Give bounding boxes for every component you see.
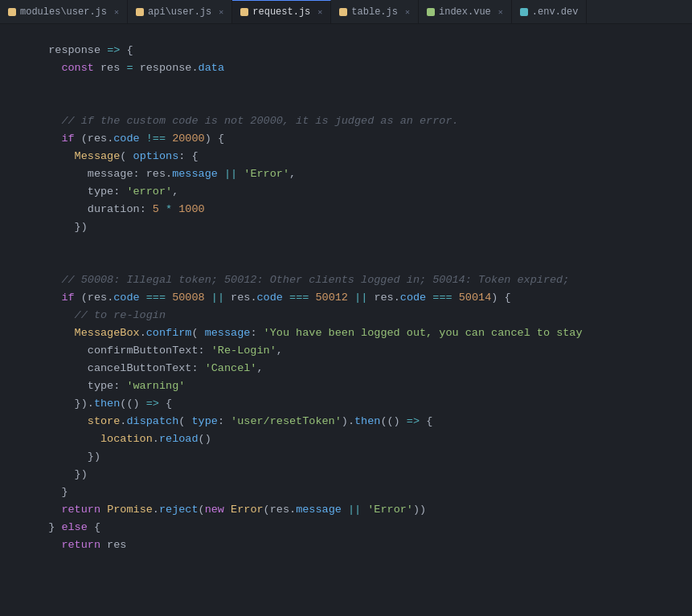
tab-table[interactable]: table.js ✕ [331, 0, 419, 23]
code-line-1 [29, 24, 692, 42]
ln-24 [6, 430, 19, 448]
tab-bar: modules\user.js ✕ api\user.js ✕ request.… [0, 0, 692, 24]
ln-31 [6, 554, 19, 572]
code-line-25: }) [29, 448, 692, 466]
ln-9 [6, 165, 19, 183]
ln-5 [6, 95, 19, 112]
code-line-9: message: res.message || 'Error', [29, 165, 692, 183]
tab-label-modules-user: modules\user.js [20, 6, 107, 18]
ln-4 [6, 77, 19, 95]
code-line-17: // to re-login [29, 307, 692, 324]
tab-request[interactable]: request.js ✕ [232, 0, 331, 23]
ln-10 [6, 183, 19, 201]
code-line-23: store.dispatch( type: 'user/resetToken')… [29, 413, 692, 430]
env-icon [520, 8, 528, 16]
ln-27 [6, 483, 19, 501]
ln-17 [6, 307, 19, 324]
code-line-6: // if the custom code is not 20000, it i… [29, 112, 692, 130]
tab-index-vue[interactable]: index.vue ✕ [419, 0, 512, 23]
code-line-29: } else { [29, 519, 692, 536]
ln-22 [6, 395, 19, 413]
tab-label-env-dev: .env.dev [532, 6, 579, 18]
ln-13 [6, 236, 19, 254]
tab-label-request: request.js [252, 6, 310, 18]
tab-close-5[interactable]: ✕ [498, 7, 503, 17]
code-line-30: return res [29, 536, 692, 554]
code-editor[interactable]: response => { const res = response.data … [29, 24, 692, 616]
code-line-19: confirmButtonText: 'Re-Login', [29, 342, 692, 360]
ln-29 [6, 519, 19, 536]
code-line-8: Message( options: { [29, 148, 692, 165]
js-icon-4 [339, 8, 347, 16]
code-line-22: }).then(() => { [29, 395, 692, 413]
ln-8 [6, 148, 19, 165]
ln-14 [6, 254, 19, 271]
tab-label-api-user: api\user.js [148, 6, 211, 18]
editor-container: response => { const res = response.data … [0, 24, 692, 616]
ln-33 [6, 589, 19, 607]
ln-1 [6, 24, 19, 42]
ln-19 [6, 342, 19, 360]
ln-15 [6, 271, 19, 289]
code-line-28: return Promise.reject(new Error(res.mess… [29, 501, 692, 519]
tab-close-1[interactable]: ✕ [114, 7, 119, 17]
ln-23 [6, 413, 19, 430]
code-line-16: if (res.code === 50008 || res.code === 5… [29, 289, 692, 307]
code-line-12: }) [29, 218, 692, 236]
tab-env-dev[interactable]: .env.dev [512, 0, 588, 23]
code-line-24: location.reload() [29, 430, 692, 448]
code-line-10: type: 'error', [29, 183, 692, 201]
code-line-18: MessageBox.confirm( message: 'You have b… [29, 324, 692, 342]
code-line-5 [29, 95, 692, 112]
ln-32 [6, 572, 19, 589]
line-gutter [0, 24, 29, 616]
code-line-14 [29, 254, 692, 271]
ln-7 [6, 130, 19, 148]
code-line-2: response => { [29, 42, 692, 59]
ln-25 [6, 448, 19, 466]
ln-3 [6, 59, 19, 77]
code-line-11: duration: 5 * 1000 [29, 201, 692, 218]
tab-close-4[interactable]: ✕ [405, 7, 410, 17]
tab-close-3[interactable]: ✕ [317, 7, 322, 17]
ln-26 [6, 466, 19, 483]
tab-api-user[interactable]: api\user.js ✕ [128, 0, 232, 23]
ln-28 [6, 501, 19, 519]
code-line-4 [29, 77, 692, 95]
code-line-20: cancelButtonText: 'Cancel', [29, 360, 692, 377]
ln-11 [6, 201, 19, 218]
ln-30 [6, 536, 19, 554]
tab-label-table: table.js [351, 6, 398, 18]
code-line-7: if (res.code !== 20000) { [29, 130, 692, 148]
code-line-13 [29, 236, 692, 254]
tab-modules-user[interactable]: modules\user.js ✕ [0, 0, 128, 23]
code-line-21: type: 'warning' [29, 377, 692, 395]
code-line-3: const res = response.data [29, 59, 692, 77]
ln-21 [6, 377, 19, 395]
ln-20 [6, 360, 19, 377]
tab-label-index-vue: index.vue [439, 6, 491, 18]
ln-18 [6, 324, 19, 342]
js-icon-1 [8, 8, 16, 16]
ln-6 [6, 112, 19, 130]
code-line-26: }) [29, 466, 692, 483]
js-icon-2 [136, 8, 144, 16]
ln-2 [6, 42, 19, 59]
vue-icon [427, 8, 435, 16]
code-line-27: } [29, 483, 692, 501]
ln-34 [6, 607, 19, 616]
tab-close-2[interactable]: ✕ [219, 7, 223, 17]
ln-16 [6, 289, 19, 307]
js-icon-3 [240, 8, 248, 16]
ln-12 [6, 218, 19, 236]
code-line-15: // 50008: Illegal token; 50012: Other cl… [29, 271, 692, 289]
